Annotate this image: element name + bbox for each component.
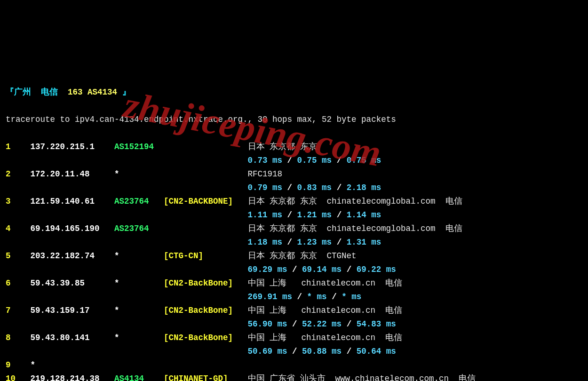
hop-location: RFC1918 [248, 169, 283, 179]
hop-latency: 1.23 ms [297, 238, 332, 247]
latency-separator: / [342, 319, 357, 329]
hop-asn: AS152194 [114, 140, 164, 154]
hop-row: 10219.128.214.38AS4134[CHINANET-GD]中国 广东… [6, 372, 582, 381]
hop-latency-row: 56.90 ms / 52.22 ms / 54.83 ms [6, 318, 582, 331]
hop-location: 日本 东京都 东京 chinatelecomglobal.com 电信 [248, 224, 462, 233]
latency-separator: / [342, 265, 357, 274]
latency-separator: / [282, 156, 297, 165]
hop-number: 7 [6, 304, 31, 318]
hop-ip: * [31, 358, 115, 372]
hop-latency: 0.75 ms [347, 156, 381, 165]
hop-latency-row: 0.73 ms / 0.75 ms / 0.75 ms [6, 154, 582, 167]
hop-latency: 50.64 ms [357, 347, 396, 356]
latency-separator: / [342, 347, 357, 356]
hop-asn: * [114, 331, 164, 345]
hop-ip: 59.43.159.17 [31, 304, 115, 318]
hop-ip: 121.59.140.61 [31, 195, 115, 208]
hop-latency: 0.79 ms [248, 183, 283, 192]
hop-location: 日本 东京都 东京 chinatelecomglobal.com 电信 [248, 197, 462, 206]
hop-location: 中国 上海 chinatelecom.cn 电信 [248, 333, 403, 342]
latency-separator: / [332, 183, 347, 192]
hop-latency-row: 69.29 ms / 69.14 ms / 69.22 ms [6, 263, 582, 277]
hop-latency: 1.18 ms [248, 238, 283, 247]
hop-ip: 203.22.182.74 [31, 249, 115, 263]
hop-ip: 137.220.215.1 [31, 140, 115, 154]
hop-number: 9 [6, 358, 31, 372]
hop-location: 日本 东京都 东京 CTGNet [248, 251, 357, 261]
hops-container: 1137.220.215.1AS152194日本 东京都 东京 0.73 ms … [6, 140, 582, 381]
hop-latency: 69.29 ms [248, 265, 287, 274]
hop-row: 3121.59.140.61AS23764[CN2-BACKBONE]日本 东京… [6, 195, 582, 208]
hop-latency: * ms [307, 292, 327, 302]
hop-latency-row: 1.11 ms / 1.21 ms / 1.14 ms [6, 208, 582, 222]
latency-separator: / [287, 265, 302, 274]
hop-asn: * [114, 304, 164, 318]
hop-asn: * [114, 277, 164, 290]
hop-latency: 1.31 ms [347, 238, 381, 247]
latency-separator: / [282, 238, 297, 247]
title-asn: 163 AS4134 [68, 87, 117, 97]
hop-latency: 56.90 ms [248, 319, 287, 329]
hop-row: 2172.20.11.48*RFC1918 [6, 167, 582, 181]
hop-latency: 0.75 ms [297, 156, 332, 165]
hop-latency: 269.91 ms [248, 292, 293, 302]
hop-location: 日本 东京都 东京 [248, 142, 317, 151]
trace-title: 『广州 电信 163 AS4134 』 [6, 86, 582, 99]
hop-tag: [CTG-CN] [164, 249, 248, 263]
hop-latency-row: 269.91 ms / * ms / * ms [6, 290, 582, 304]
hop-row: 759.43.159.17*[CN2-BackBone]中国 上海 chinat… [6, 304, 582, 318]
hop-latency: 69.22 ms [357, 265, 396, 274]
hop-ip: 59.43.39.85 [31, 277, 115, 290]
hop-latency: 2.18 ms [347, 183, 381, 192]
hop-latency: 50.88 ms [302, 347, 342, 356]
hop-latency: 1.14 ms [347, 210, 381, 220]
hop-latency: 52.22 ms [302, 319, 342, 329]
hop-row: 9* [6, 358, 582, 372]
hop-ip: 219.128.214.38 [31, 372, 115, 381]
hop-latency: 1.21 ms [297, 210, 332, 220]
hop-latency: 0.83 ms [297, 183, 332, 192]
hop-location: 中国 上海 chinatelecom.cn 电信 [248, 278, 403, 288]
hop-location: 中国 上海 chinatelecom.cn 电信 [248, 306, 403, 315]
hop-row: 859.43.80.141*[CN2-BackBone]中国 上海 chinat… [6, 331, 582, 345]
latency-separator: / [282, 183, 297, 192]
hop-tag: [CN2-BackBone] [164, 331, 248, 345]
hop-latency: 50.69 ms [248, 347, 287, 356]
hop-asn: AS23764 [114, 195, 164, 208]
hop-asn: AS4134 [114, 372, 164, 381]
hop-tag: [CN2-BACKBONE] [164, 195, 248, 208]
hop-latency: 69.14 ms [302, 265, 342, 274]
hop-asn: AS23764 [114, 222, 164, 236]
hop-number: 4 [6, 222, 31, 236]
hop-row: 5203.22.182.74*[CTG-CN]日本 东京都 东京 CTGNet [6, 249, 582, 263]
hop-latency-row: 50.69 ms / 50.88 ms / 50.64 ms [6, 345, 582, 358]
hop-number: 3 [6, 195, 31, 208]
latency-separator: / [287, 347, 302, 356]
hop-ip: 69.194.165.190 [31, 222, 115, 236]
title-suffix: 』 [117, 87, 131, 97]
title-prefix: 『广州 电信 [6, 87, 68, 97]
latency-separator: / [327, 292, 342, 302]
hop-tag: [CHINANET-GD] [164, 372, 248, 381]
hop-asn: * [114, 167, 164, 181]
hop-number: 5 [6, 249, 31, 263]
hop-ip: 59.43.80.141 [31, 331, 115, 345]
hop-tag: [CN2-BackBone] [164, 277, 248, 290]
hop-location: 中国 广东省 汕头市 www.chinatelecom.com.cn 电信 [248, 374, 476, 381]
hop-number: 8 [6, 331, 31, 345]
latency-separator: / [282, 210, 297, 220]
hop-row: 659.43.39.85*[CN2-BackBone]中国 上海 chinate… [6, 277, 582, 290]
latency-separator: / [332, 210, 347, 220]
latency-separator: / [287, 319, 302, 329]
hop-latency: * ms [342, 292, 361, 302]
hop-number: 1 [6, 140, 31, 154]
hop-number: 6 [6, 277, 31, 290]
hop-tag: [CN2-BackBone] [164, 304, 248, 318]
hop-number: 10 [6, 372, 31, 381]
hop-asn: * [114, 249, 164, 263]
latency-separator: / [292, 292, 307, 302]
hop-row: 1137.220.215.1AS152194日本 东京都 东京 [6, 140, 582, 154]
hop-latency: 54.83 ms [357, 319, 396, 329]
hop-row: 469.194.165.190AS23764日本 东京都 东京 chinatel… [6, 222, 582, 236]
hop-number: 2 [6, 167, 31, 181]
